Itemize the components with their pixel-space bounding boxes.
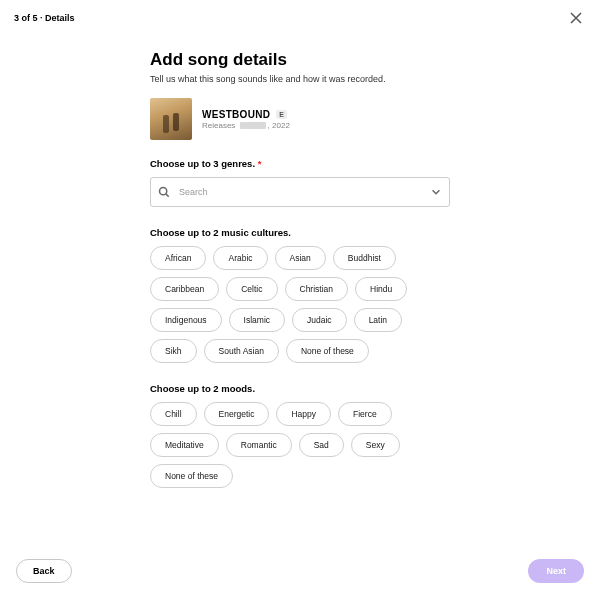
mood-chip[interactable]: Sexy — [351, 433, 400, 457]
back-button[interactable]: Back — [16, 559, 72, 583]
culture-chip[interactable]: Celtic — [226, 277, 277, 301]
mood-chip[interactable]: Romantic — [226, 433, 292, 457]
svg-point-0 — [160, 188, 167, 195]
close-button[interactable] — [566, 8, 586, 28]
song-summary: WESTBOUND E Releases , 2022 — [150, 98, 450, 140]
mood-chip-group: ChillEnergeticHappyFierceMeditativeRoman… — [150, 402, 450, 488]
step-label: 3 of 5 · Details — [14, 13, 75, 23]
release-date-redacted — [240, 122, 266, 129]
genre-search[interactable] — [150, 177, 450, 207]
mood-chip[interactable]: Happy — [276, 402, 331, 426]
next-button[interactable]: Next — [528, 559, 584, 583]
culture-chip-group: AfricanArabicAsianBuddhistCaribbeanCelti… — [150, 246, 450, 363]
mood-chip[interactable]: Chill — [150, 402, 197, 426]
culture-chip[interactable]: Asian — [275, 246, 326, 270]
main-content: Add song details Tell us what this song … — [0, 28, 600, 568]
culture-chip[interactable]: South Asian — [204, 339, 279, 363]
culture-chip[interactable]: Arabic — [213, 246, 267, 270]
mood-chip[interactable]: Energetic — [204, 402, 270, 426]
culture-chip[interactable]: Islamic — [229, 308, 285, 332]
culture-chip[interactable]: Judaic — [292, 308, 347, 332]
moods-label: Choose up to 2 moods. — [150, 383, 450, 394]
culture-chip[interactable]: African — [150, 246, 206, 270]
culture-chip[interactable]: Christian — [285, 277, 349, 301]
release-prefix: Releases — [202, 121, 235, 130]
release-line: Releases , 2022 — [202, 121, 290, 130]
culture-chip[interactable]: Sikh — [150, 339, 197, 363]
release-suffix: , 2022 — [268, 121, 290, 130]
culture-chip[interactable]: Buddhist — [333, 246, 396, 270]
mood-chip[interactable]: Sad — [299, 433, 344, 457]
mood-chip[interactable]: Fierce — [338, 402, 392, 426]
mood-chip[interactable]: Meditative — [150, 433, 219, 457]
song-title: WESTBOUND — [202, 109, 270, 120]
search-icon — [158, 186, 170, 198]
chevron-down-icon — [430, 186, 442, 198]
close-icon — [569, 11, 583, 25]
culture-chip[interactable]: Hindu — [355, 277, 407, 301]
cultures-label: Choose up to 2 music cultures. — [150, 227, 450, 238]
page-title: Add song details — [150, 50, 450, 70]
culture-chip[interactable]: Latin — [354, 308, 402, 332]
page-subtitle: Tell us what this song sounds like and h… — [150, 74, 450, 84]
culture-chip[interactable]: None of these — [286, 339, 369, 363]
explicit-badge: E — [276, 110, 287, 119]
culture-chip[interactable]: Caribbean — [150, 277, 219, 301]
album-art — [150, 98, 192, 140]
genres-label: Choose up to 3 genres. * — [150, 158, 450, 169]
culture-chip[interactable]: Indigenous — [150, 308, 222, 332]
mood-chip[interactable]: None of these — [150, 464, 233, 488]
genre-search-input[interactable] — [150, 177, 450, 207]
